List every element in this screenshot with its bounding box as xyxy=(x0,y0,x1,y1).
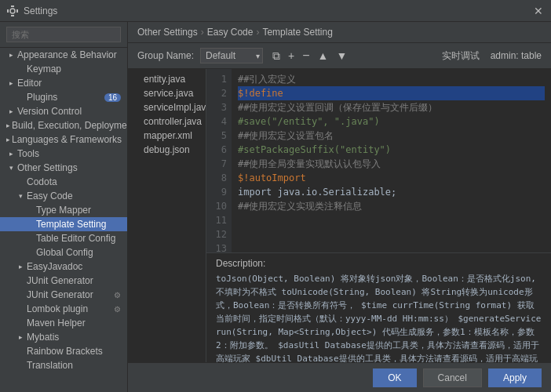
line-numbers: 1234567891011121314 xyxy=(206,69,232,252)
up-button[interactable]: ▲ xyxy=(315,49,332,64)
group-name-label: Group Name: xyxy=(137,50,194,61)
sidebar-item-version-control[interactable]: Version Control xyxy=(0,104,127,118)
sidebar-item-table-editor[interactable]: Table Editor Config xyxy=(0,231,127,245)
plugins-badge: 16 xyxy=(104,93,121,102)
sidebar-item-junit1[interactable]: JUnit Generator xyxy=(0,274,127,288)
code-content[interactable]: ##引入宏定义$!define##使用宏定义设置回调（保存位置与文件后缀）#sa… xyxy=(232,69,551,252)
sidebar-item-label: Template Setting xyxy=(36,219,106,230)
remove-button[interactable]: − xyxy=(299,49,312,64)
sidebar-item-build[interactable]: Build, Execution, Deployment xyxy=(0,118,127,132)
sidebar-item-easy-code[interactable]: Easy Code xyxy=(0,189,127,203)
sidebar-item-other-settings[interactable]: Other Settings xyxy=(0,161,127,175)
sidebar-item-editor[interactable]: Editor xyxy=(0,76,127,90)
settings-icon3: ⚙ xyxy=(114,305,121,314)
breadcrumb: Other Settings › Easy Code › Template Se… xyxy=(128,22,551,43)
code-editor: 1234567891011121314 ##引入宏定义$!define##使用宏… xyxy=(206,69,551,252)
sidebar-item-label: Mybatis xyxy=(27,332,59,343)
sidebar-item-label: Easy Code xyxy=(27,191,73,201)
sidebar-item-easyjavadoc[interactable]: EasyJavadoc xyxy=(0,260,127,274)
title-text: Settings xyxy=(24,5,532,16)
sidebar-item-label: Languages & Frameworks xyxy=(12,134,122,145)
sidebar-search xyxy=(0,22,127,48)
breadcrumb-item-1[interactable]: Other Settings xyxy=(137,27,198,38)
file-list: entity.java service.java serviceImpl.jav… xyxy=(128,69,206,362)
realtime-debug-label: 实时调试 admin: table xyxy=(442,49,542,63)
svg-point-4 xyxy=(10,9,15,13)
sidebar-item-appearance[interactable]: Appearance & Behavior xyxy=(0,48,127,62)
file-item-debug[interactable]: debug.json xyxy=(128,143,206,157)
sidebar-item-label: Type Mapper xyxy=(36,205,91,216)
apply-button[interactable]: Apply xyxy=(488,368,542,387)
file-item-serviceimpl[interactable]: serviceImpl.java xyxy=(128,100,206,114)
sidebar-item-label: Version Control xyxy=(17,106,82,117)
group-name-select-wrapper: Default xyxy=(200,48,263,64)
close-button[interactable]: ✕ xyxy=(532,5,545,17)
sidebar-item-languages[interactable]: Languages & Frameworks xyxy=(0,132,127,147)
description-text: toJson(Object, Boolean) 将对象转json对象，Boole… xyxy=(216,272,542,362)
expand-arrow xyxy=(16,262,25,271)
sidebar-item-label: EasyJavadoc xyxy=(27,261,82,272)
sidebar-item-label: Table Editor Config xyxy=(36,233,115,244)
sidebar-item-label: Lombok plugin xyxy=(27,303,88,314)
expand-arrow xyxy=(6,78,16,88)
sidebar-item-keymap[interactable]: Keymap xyxy=(0,62,127,76)
main-layout: Appearance & Behavior Keymap Editor Plug… xyxy=(0,22,551,392)
sidebar-item-template-setting[interactable]: Template Setting xyxy=(0,217,127,231)
breadcrumb-sep-2: › xyxy=(256,27,259,38)
expand-arrow xyxy=(6,135,10,144)
sidebar-item-junit2[interactable]: JUnit Generator ⚙ xyxy=(0,288,127,302)
down-button[interactable]: ▼ xyxy=(333,49,350,64)
sidebar-item-label: Plugins xyxy=(27,92,57,103)
sidebar-item-label: Other Settings xyxy=(17,162,78,173)
sidebar-item-tools[interactable]: Tools xyxy=(0,147,127,161)
sidebar-item-label: Global Config xyxy=(36,247,93,258)
description-label: Description: xyxy=(216,258,542,269)
bottom-buttons: OK Cancel Apply xyxy=(128,362,551,392)
sidebar-item-label: Rainbow Brackets xyxy=(27,346,103,357)
sidebar-item-type-mapper[interactable]: Type Mapper xyxy=(0,203,127,217)
sidebar-item-global-config[interactable]: Global Config xyxy=(0,245,127,260)
svg-rect-1 xyxy=(11,15,14,16)
expand-arrow xyxy=(16,332,25,342)
expand-arrow xyxy=(6,163,16,172)
ok-button[interactable]: OK xyxy=(373,368,416,387)
sidebar-item-maven[interactable]: Maven Helper xyxy=(0,316,127,330)
search-input[interactable] xyxy=(6,27,121,42)
content-area: Other Settings › Easy Code › Template Se… xyxy=(128,22,551,392)
sidebar-item-codota[interactable]: Codota xyxy=(0,175,127,189)
sidebar-item-mybatis[interactable]: Mybatis xyxy=(0,330,127,344)
sidebar-item-label: Appearance & Behavior xyxy=(17,49,117,60)
description-area: Description: toJson(Object, Boolean) 将对象… xyxy=(206,252,551,362)
group-name-select[interactable]: Default xyxy=(200,48,263,64)
breadcrumb-sep-1: › xyxy=(201,27,204,38)
sidebar-item-rainbow[interactable]: Rainbow Brackets xyxy=(0,344,127,358)
file-item-entity[interactable]: entity.java xyxy=(128,72,206,86)
sidebar-item-label: Codota xyxy=(27,176,57,187)
sidebar-item-lombok[interactable]: Lombok plugin ⚙ xyxy=(0,302,127,316)
sidebar-item-label: Maven Helper xyxy=(27,318,86,328)
expand-arrow xyxy=(6,149,16,158)
sidebar-item-label: JUnit Generator xyxy=(27,275,93,286)
sidebar-item-label: JUnit Generator xyxy=(27,289,93,300)
expand-arrow xyxy=(6,107,16,116)
file-item-mapper[interactable]: mapper.xml xyxy=(128,129,206,143)
breadcrumb-item-2[interactable]: Easy Code xyxy=(207,27,254,38)
add-button[interactable]: + xyxy=(285,49,297,64)
file-item-controller[interactable]: controller.java xyxy=(128,114,206,129)
expand-arrow xyxy=(6,121,10,130)
title-bar: Settings ✕ xyxy=(0,0,551,22)
sidebar-item-translation[interactable]: Translation xyxy=(0,358,127,372)
sidebar-item-label: Build, Execution, Deployment xyxy=(12,120,128,131)
editor-area: 1234567891011121314 ##引入宏定义$!define##使用宏… xyxy=(206,69,551,362)
header-actions: ⧉ + − ▲ ▼ xyxy=(269,49,350,64)
sidebar-item-plugins[interactable]: Plugins 16 xyxy=(0,90,127,104)
svg-rect-2 xyxy=(7,9,9,13)
cancel-button[interactable]: Cancel xyxy=(423,368,482,387)
sidebar-item-label: Editor xyxy=(17,78,42,89)
settings-icon xyxy=(6,5,19,17)
expand-arrow xyxy=(16,191,25,201)
copy-button[interactable]: ⧉ xyxy=(269,49,283,64)
file-item-service[interactable]: service.java xyxy=(128,86,206,100)
breadcrumb-item-3[interactable]: Template Setting xyxy=(262,27,332,38)
sidebar-item-label: Keymap xyxy=(27,64,61,74)
